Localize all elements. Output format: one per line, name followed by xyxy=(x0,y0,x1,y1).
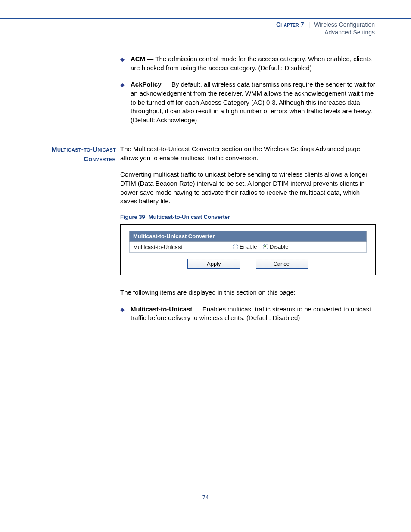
header-separator: | xyxy=(306,21,313,28)
bullet-desc: — The admission control mode for the acc… xyxy=(131,55,372,72)
panel-radio-cell: Enable Disable xyxy=(229,241,367,252)
diamond-bullet-icon: ◆ xyxy=(120,305,131,323)
page-body: ◆ ACM — The admission control mode for t… xyxy=(0,51,411,330)
post-figure-paragraph: The following items are displayed in thi… xyxy=(120,288,376,297)
section-side-heading: Multicast-to-Unicast Converter xyxy=(35,145,116,164)
bullet-term: Multicast-to-Unicast xyxy=(131,305,192,313)
section-para-block: Converting multicast traffic to unicast … xyxy=(35,170,376,330)
page-number: – 74 – xyxy=(0,494,411,513)
radio-enable-label: Enable xyxy=(240,243,257,250)
diamond-bullet-icon: ◆ xyxy=(120,80,131,124)
top-bullets-block: ◆ ACM — The admission control mode for t… xyxy=(35,51,376,133)
converter-panel: Multicast-to-Unicast Converter Multicast… xyxy=(129,231,367,253)
radio-enable[interactable]: Enable xyxy=(233,243,257,250)
chapter-label: Chapter 7 xyxy=(276,21,304,28)
radio-disable[interactable]: Disable xyxy=(263,243,288,250)
list-item: ◆ AckPolicy — By default, all wireless d… xyxy=(120,80,376,124)
page-header: Chapter 7 | Wireless Configuration Advan… xyxy=(0,18,411,36)
section-heading-block: Multicast-to-Unicast Converter The Multi… xyxy=(35,145,376,170)
apply-button[interactable]: Apply xyxy=(187,259,240,269)
radio-icon xyxy=(263,244,268,249)
radio-icon xyxy=(233,244,238,249)
page: Chapter 7 | Wireless Configuration Advan… xyxy=(0,0,411,513)
radio-disable-label: Disable xyxy=(270,243,288,250)
panel-row-label: Multicast-to-Unicast xyxy=(130,241,229,252)
diamond-bullet-icon: ◆ xyxy=(120,55,131,72)
header-line-1: Chapter 7 | Wireless Configuration xyxy=(0,21,375,28)
section-paragraph: Converting multicast traffic to unicast … xyxy=(120,170,376,206)
button-row: Apply Cancel xyxy=(129,253,367,269)
bullet-term: ACM xyxy=(131,55,145,62)
figure-container: Multicast-to-Unicast Converter Multicast… xyxy=(120,224,376,275)
figure-caption: Figure 39: Multicast-to-Unicast Converte… xyxy=(120,214,376,220)
bullet-term: AckPolicy xyxy=(131,81,162,88)
cancel-button[interactable]: Cancel xyxy=(256,259,308,269)
bullet-desc: — By default, all wireless data transmis… xyxy=(131,81,375,124)
list-item: ◆ Multicast-to-Unicast — Enables multica… xyxy=(120,305,376,323)
chapter-title: Wireless Configuration xyxy=(314,21,375,28)
section-intro-paragraph: The Multicast-to-Unicast Converter secti… xyxy=(120,145,376,162)
panel-title: Multicast-to-Unicast Converter xyxy=(130,231,367,241)
list-item: ◆ ACM — The admission control mode for t… xyxy=(120,55,376,72)
header-section-title: Advanced Settings xyxy=(0,29,375,36)
